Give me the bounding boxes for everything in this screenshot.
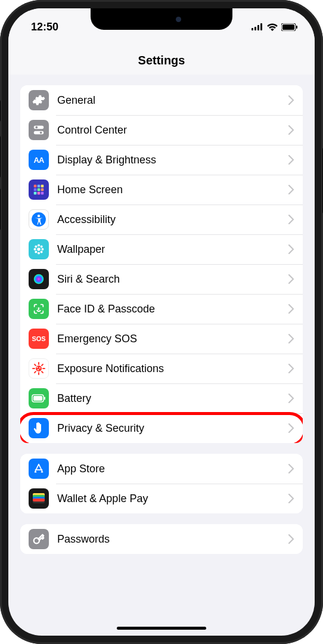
svg-rect-53 [33,499,45,501]
svg-point-26 [41,248,44,250]
svg-rect-12 [38,185,41,188]
row-passwords[interactable]: Passwords [20,524,303,554]
svg-rect-16 [41,188,44,191]
svg-point-10 [40,132,42,134]
accessibility-icon [29,209,49,230]
row-app-store[interactable]: App Store [20,454,303,484]
chevron-right-icon [288,394,294,403]
screen: 12:50 Settings [8,8,315,636]
row-label: Face ID & Passcode [57,303,288,315]
svg-line-40 [42,371,43,373]
row-label: Privacy & Security [57,422,288,435]
row-label: Passwords [57,533,288,546]
row-label: Exposure Notifications [57,363,288,375]
home-indicator[interactable] [117,627,206,630]
svg-line-41 [35,371,36,373]
row-control-center[interactable]: Control Center [20,115,303,145]
volume-up [0,136,1,178]
chevron-right-icon [288,125,294,135]
row-label: Wallpaper [57,243,288,256]
svg-rect-15 [38,188,41,191]
row-wallet[interactable]: Wallet & Apple Pay [20,484,303,513]
svg-point-25 [34,248,36,250]
appstore-icon [29,459,49,479]
row-label: Accessibility [57,213,288,226]
row-battery[interactable]: Battery [20,383,303,413]
signal-icon [251,23,263,30]
svg-rect-5 [282,24,294,30]
svg-rect-1 [254,27,256,30]
svg-point-31 [34,274,44,284]
svg-point-34 [36,366,42,371]
svg-rect-7 [34,126,44,129]
row-label: Battery [57,392,288,405]
row-sos[interactable]: SOS Emergency SOS [20,324,303,354]
row-home-screen[interactable]: Home Screen [20,175,303,205]
svg-rect-9 [34,131,44,135]
chevron-right-icon [288,364,294,373]
row-faceid[interactable]: Face ID & Passcode [20,294,303,324]
chevron-right-icon [288,464,294,473]
chevron-right-icon [288,334,294,343]
chevron-right-icon [288,423,294,433]
svg-point-30 [41,251,43,253]
svg-point-21 [38,215,40,217]
row-display-brightness[interactable]: AA Display & Brightness [20,145,303,175]
chevron-right-icon [288,244,294,254]
chevron-right-icon [288,304,294,314]
svg-line-39 [35,364,36,366]
svg-point-27 [35,245,37,247]
key-icon [29,529,49,549]
faceid-icon [29,299,49,319]
row-label: App Store [57,463,288,475]
sos-icon: SOS [29,329,49,349]
header: Settings [8,38,315,75]
chevron-right-icon [288,215,294,224]
svg-point-29 [35,251,37,253]
text-size-icon: AA [29,150,49,170]
gear-icon [29,90,49,110]
row-label: Wallet & Apple Pay [57,493,288,505]
battery-icon [281,23,298,31]
wifi-icon [267,23,278,31]
row-general[interactable]: General [20,85,303,115]
svg-rect-11 [34,185,37,188]
row-label: Emergency SOS [57,333,288,345]
svg-point-44 [39,367,41,369]
chevron-right-icon [288,494,294,503]
svg-point-8 [36,126,38,129]
exposure-icon [29,358,49,379]
svg-rect-6 [296,26,297,29]
row-privacy-security[interactable]: Privacy & Security [20,413,303,443]
phone-frame: 12:50 Settings [0,0,323,644]
settings-group-passwords: Passwords [20,524,303,554]
svg-rect-3 [260,23,262,30]
mute-switch [0,100,1,122]
chevron-right-icon [288,95,294,105]
svg-point-45 [38,369,39,370]
svg-rect-0 [251,28,253,30]
notch [91,8,232,30]
volume-down [0,188,1,230]
row-label: Home Screen [57,184,288,196]
svg-point-28 [41,245,43,247]
siri-icon [29,269,49,289]
svg-rect-19 [41,192,44,195]
app-grid-icon [29,179,49,200]
row-siri[interactable]: Siri & Search [20,264,303,294]
settings-list[interactable]: General Control Center AA Display & Brig… [8,75,315,630]
row-label: Display & Brightness [57,154,288,166]
row-accessibility[interactable]: Accessibility [20,205,303,234]
wallet-icon [29,488,49,509]
row-exposure[interactable]: Exposure Notifications [20,354,303,383]
row-wallpaper[interactable]: Wallpaper [20,234,303,264]
svg-rect-48 [44,397,45,400]
svg-point-24 [38,252,40,254]
chevron-right-icon [288,534,294,544]
svg-rect-18 [38,192,41,195]
hand-icon [29,418,49,438]
settings-group-store: App Store Wallet & Apple Pay [20,454,303,513]
flower-icon [29,239,49,259]
status-time: 12:50 [31,21,58,33]
chevron-right-icon [288,155,294,165]
